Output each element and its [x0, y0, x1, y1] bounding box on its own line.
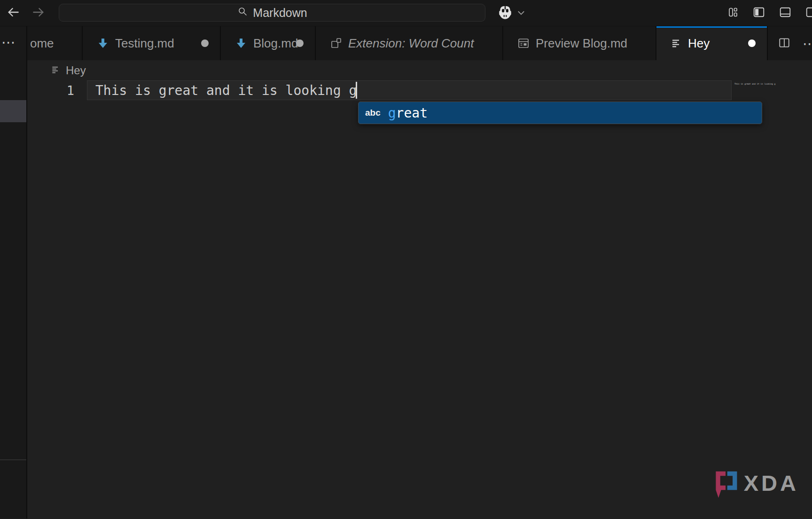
tab-welcome-partial[interactable]: ome — [27, 26, 83, 60]
history-nav — [6, 0, 46, 26]
left-editor-strip: ⋯ — [0, 26, 27, 519]
split-editor-button[interactable] — [778, 37, 790, 50]
editor-actions: ⋯ — [778, 26, 812, 60]
sidebar-left-icon — [753, 6, 765, 20]
title-bar: Markdown — [0, 0, 812, 26]
tab-label: Blog.md — [253, 36, 298, 51]
text-file-icon — [671, 38, 682, 49]
extension-icon — [330, 37, 342, 49]
modified-dot[interactable] — [296, 39, 304, 47]
tab-bar: ome Testing.md Blog.md — [27, 26, 812, 60]
customize-layout-icon — [727, 7, 739, 19]
copilot-menu-button[interactable] — [497, 5, 525, 23]
toggle-primary-sidebar-button[interactable] — [753, 6, 765, 20]
editor-pane[interactable]: Hey 1 This is great and it is looking g … — [27, 60, 812, 519]
tab-extension-word-count[interactable]: Extension: Word Count — [316, 26, 503, 60]
command-center-label: Markdown — [253, 6, 307, 20]
arrow-left-icon — [6, 5, 21, 21]
word-suggestion-icon: abc — [365, 108, 381, 118]
modified-dot[interactable] — [201, 39, 209, 47]
tab-blog-md[interactable]: Blog.md — [221, 26, 316, 60]
suggestion-rest: reat — [396, 105, 428, 121]
toggle-secondary-sidebar-button[interactable] — [805, 6, 812, 20]
modified-dot[interactable] — [748, 39, 756, 47]
split-editor-icon — [778, 37, 790, 50]
tab-label: ome — [30, 36, 54, 51]
tab-label: Preview Blog.md — [536, 36, 627, 51]
strip-scroll-handle[interactable] — [0, 100, 26, 122]
xda-watermark: XDA — [712, 470, 799, 501]
sidebar-right-icon — [805, 6, 812, 20]
toggle-panel-button[interactable] — [779, 6, 791, 20]
xda-brackets-icon — [712, 470, 739, 501]
minimap[interactable]: This is great and it is looking g — [734, 83, 775, 85]
markdown-file-icon — [235, 37, 247, 49]
suggestion-text: great — [388, 105, 428, 121]
markdown-file-icon — [97, 37, 109, 49]
more-actions-left[interactable]: ⋯ — [1, 34, 26, 50]
suggest-widget-item-great[interactable]: abc great — [358, 102, 762, 124]
forward-button[interactable] — [31, 5, 46, 21]
tab-testing-md[interactable]: Testing.md — [83, 26, 221, 60]
text-file-icon — [51, 64, 60, 77]
preview-icon — [517, 37, 530, 49]
chevron-down-icon — [517, 8, 525, 19]
back-button[interactable] — [6, 5, 21, 21]
command-center-search[interactable]: Markdown — [59, 4, 485, 22]
tab-preview-blog-md[interactable]: Preview Blog.md — [503, 26, 656, 60]
copilot-icon — [497, 5, 513, 23]
strip-divider — [0, 459, 26, 460]
tab-label: Hey — [688, 36, 710, 51]
xda-brand-text: XDA — [744, 470, 799, 497]
more-actions-button[interactable]: ⋯ — [803, 35, 812, 52]
breadcrumb[interactable]: Hey — [51, 64, 86, 77]
layout-controls — [727, 0, 812, 26]
tab-label: Testing.md — [115, 36, 174, 51]
tab-label: Extension: Word Count — [348, 36, 474, 51]
code-line: This is great and it is looking g — [95, 83, 357, 98]
matched-prefix: g — [388, 105, 396, 121]
vscode-window: Markdown — [0, 0, 812, 519]
panel-icon — [779, 6, 791, 20]
tab-hey-active[interactable]: Hey — [656, 26, 768, 60]
arrow-right-icon — [31, 5, 46, 21]
search-icon — [237, 6, 248, 20]
customize-layout-button[interactable] — [727, 7, 739, 19]
text-cursor — [356, 82, 357, 99]
line-number: 1 — [56, 83, 74, 98]
breadcrumb-item: Hey — [66, 64, 86, 77]
